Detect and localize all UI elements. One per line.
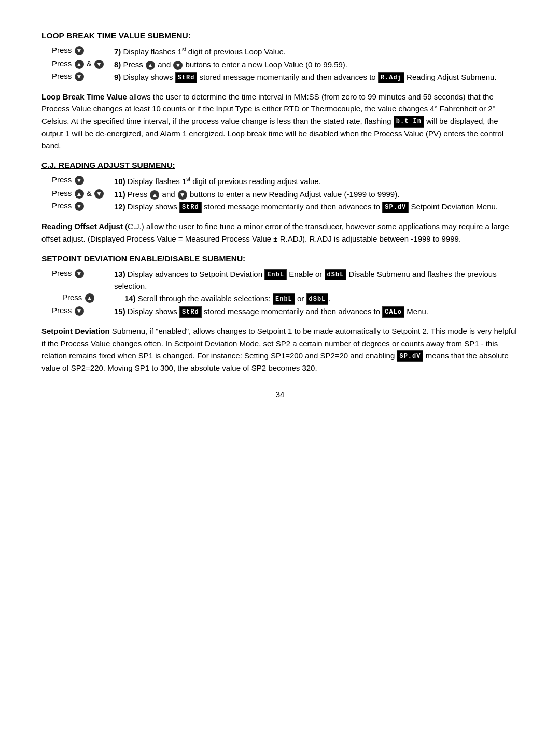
press-content-11: 11) Press ▲ and ▼ buttons to enter a new…: [114, 189, 519, 201]
press-label-15: Press ▼: [52, 306, 114, 316]
press-row-15: Press ▼ 15) Display shows StRd stored me…: [52, 306, 519, 318]
press-label-11: Press ▲ & ▼: [52, 189, 114, 199]
lcd-strd-9: StRd: [175, 72, 198, 83]
lcd-spdv-12: SP.dV: [382, 202, 409, 213]
press-label-7: Press ▼: [52, 46, 114, 55]
press-row-14: Press ▲ 14) Scroll through the available…: [62, 293, 519, 305]
press-row-13: Press ▼ 13) Display advances to Setpoint…: [52, 269, 519, 292]
press-content-10: 10) Display flashes 1st digit of previou…: [114, 175, 519, 188]
press-content-9: 9) Display shows StRd stored message mom…: [114, 72, 519, 83]
lcd-radj-9: R.Adj: [378, 72, 404, 83]
lcd-enbl-13: EnbL: [264, 269, 287, 280]
loop-break-section: LOOP BREAK TIME VALUE SUBMENU: Press ▼ 7…: [41, 31, 519, 151]
down-btn-9: ▼: [75, 72, 84, 81]
press-label-14: Press ▲: [62, 293, 124, 303]
loop-break-title: LOOP BREAK TIME VALUE SUBMENU:: [41, 31, 519, 40]
press-row-9: Press ▼ 9) Display shows StRd stored mes…: [52, 72, 519, 83]
setpoint-deviation-title: SETPOINT DEVIATION ENABLE/DISABLE SUBMEN…: [41, 254, 519, 263]
press-label-8: Press ▲ & ▼: [52, 59, 114, 69]
page-number: 34: [41, 390, 519, 399]
press-row-10: Press ▼ 10) Display flashes 1st digit of…: [52, 175, 519, 188]
setpoint-deviation-body: Setpoint Deviation Submenu, if "enabled"…: [41, 325, 519, 374]
down-btn-15: ▼: [75, 306, 84, 316]
cj-reading-press-table: Press ▼ 10) Display flashes 1st digit of…: [52, 175, 519, 213]
setpoint-deviation-press-table: Press ▼ 13) Display advances to Setpoint…: [52, 269, 519, 318]
cj-reading-section: C.J. READING ADJUST SUBMENU: Press ▼ 10)…: [41, 161, 519, 245]
down-btn-7: ▼: [75, 46, 84, 55]
press-content-8: 8) Press ▲ and ▼ buttons to enter a new …: [114, 59, 519, 71]
press-content-14: 14) Scroll through the available selecti…: [124, 293, 519, 305]
down-btn-8: ▼: [94, 60, 104, 69]
lcd-enbl-14: EnbL: [273, 293, 295, 305]
press-content-7: 7) Display flashes 1st digit of previous…: [114, 46, 519, 58]
down-icon-8: ▼: [173, 61, 183, 70]
up-btn-14: ▲: [85, 293, 94, 303]
down-btn-12: ▼: [75, 202, 84, 211]
up-icon-11: ▲: [150, 190, 159, 200]
down-btn-10: ▼: [75, 176, 84, 185]
press-content-13: 13) Display advances to Setpoint Deviati…: [114, 269, 519, 292]
press-content-12: 12) Display shows StRd stored message mo…: [114, 201, 519, 213]
press-label-9: Press ▼: [52, 72, 114, 81]
down-btn-11: ▼: [94, 189, 104, 199]
lcd-strd-12: StRd: [179, 202, 202, 213]
press-row-11: Press ▲ & ▼ 11) Press ▲ and ▼ buttons to…: [52, 189, 519, 201]
setpoint-deviation-section: SETPOINT DEVIATION ENABLE/DISABLE SUBMEN…: [41, 254, 519, 374]
lcd-dsbl-14: dSbL: [306, 293, 329, 305]
cj-reading-body: Reading Offset Adjust (C.J.) allow the u…: [41, 220, 519, 245]
press-row-12: Press ▼ 12) Display shows StRd stored me…: [52, 201, 519, 213]
lcd-btim-body: b.t In: [394, 116, 424, 128]
press-row-7: Press ▼ 7) Display flashes 1st digit of …: [52, 46, 519, 58]
down-icon-11: ▼: [178, 190, 187, 200]
press-label-10: Press ▼: [52, 175, 114, 185]
loop-break-body: Loop Break Time Value allows the user to…: [41, 91, 519, 151]
cj-reading-title: C.J. READING ADJUST SUBMENU:: [41, 161, 519, 170]
press-row-8: Press ▲ & ▼ 8) Press ▲ and ▼ buttons to …: [52, 59, 519, 71]
up-btn-11: ▲: [75, 189, 84, 199]
lcd-spdv-body: SP.dV: [397, 350, 423, 362]
lcd-strd-15: StRd: [179, 306, 202, 318]
up-icon-8: ▲: [146, 61, 155, 70]
press-label-12: Press ▼: [52, 201, 114, 211]
down-btn-13: ▼: [75, 269, 84, 278]
lcd-dsbl-13: dSbL: [325, 269, 347, 280]
up-btn-8: ▲: [75, 60, 84, 69]
lcd-calo-15: CALo: [382, 306, 404, 318]
press-label-13: Press ▼: [52, 269, 114, 278]
loop-break-press-table: Press ▼ 7) Display flashes 1st digit of …: [52, 46, 519, 83]
press-content-15: 15) Display shows StRd stored message mo…: [114, 306, 519, 318]
